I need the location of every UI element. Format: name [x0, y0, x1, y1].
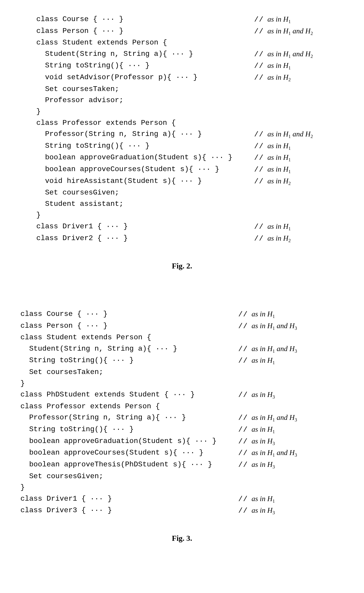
code-comment: // as in H1 and H2	[254, 48, 313, 60]
code-line: class Driver3 { ··· } // as in H3	[20, 505, 344, 516]
code-line: String toString(){ ··· } // as in H1	[20, 424, 344, 436]
code-text: Professor advisor;	[36, 95, 254, 106]
code-line: Student(String n, String a){ ··· } // as…	[36, 48, 344, 60]
code-line: void setAdvisor(Professor p){ ··· } // a…	[36, 72, 344, 84]
code-line: Set coursesTaken;	[36, 84, 344, 95]
code-text: Student(String n, String a){ ··· }	[20, 343, 238, 355]
code-comment: // as in H1	[238, 424, 275, 436]
code-line: void hireAssistant(Student s){ ··· } // …	[36, 176, 344, 187]
code-comment: // as in H3	[238, 389, 275, 401]
code-text: Set coursesGiven;	[20, 471, 238, 482]
code-line: boolean approveGraduation(Student s){ ··…	[20, 436, 344, 447]
code-line: String toString(){ ··· } // as in H1	[36, 60, 344, 72]
code-line: class Driver2 { ··· } // as in H2	[36, 233, 344, 244]
code-text: class Driver2 { ··· }	[36, 233, 254, 244]
code-comment: // as in H1	[254, 221, 291, 233]
figure-2-caption-label: Fig. 2.	[172, 262, 192, 270]
code-text: Student assistant;	[36, 198, 254, 210]
figure-3-caption: Fig. 3.	[20, 532, 344, 544]
code-line: Set coursesGiven;	[36, 187, 344, 198]
code-comment: // as in H1 and H2	[254, 129, 313, 140]
code-comment: // as in H1	[254, 164, 291, 176]
code-comment: // as in H1 and H3	[238, 447, 297, 459]
code-line: boolean approveGraduation(Student s){ ··…	[36, 152, 344, 164]
code-text: class Person { ··· }	[36, 26, 254, 37]
code-text: Professor(String n, String a){ ··· }	[36, 129, 254, 140]
code-text: class Course { ··· }	[36, 14, 254, 26]
code-text: Professor(String n, String a){ ··· }	[20, 412, 238, 424]
code-line: class Course { ··· } // as in H1	[36, 14, 344, 26]
code-comment: // as in H1	[254, 140, 291, 152]
code-text: Set coursesGiven;	[36, 187, 254, 198]
code-text: boolean approveCourses(Student s){ ··· }	[20, 447, 238, 459]
code-text: }	[20, 482, 238, 493]
code-comment: // as in H2	[254, 176, 291, 187]
code-line: class Student extends Person {	[36, 37, 344, 48]
code-line: }	[20, 482, 344, 493]
code-line: class Person { ··· } // as in H1 and H2	[36, 26, 344, 37]
code-line: Student(String n, String a){ ··· } // as…	[20, 343, 344, 355]
code-text: class PhDStudent extends Student { ··· }	[20, 389, 238, 401]
code-line: class Driver1 { ··· } // as in H1	[36, 221, 344, 233]
code-comment: // as in H3	[238, 436, 275, 447]
code-comment: // as in H1 and H2	[254, 26, 313, 37]
code-comment: // as in H1 and H3	[238, 343, 297, 355]
code-text: boolean approveGraduation(Student s){ ··…	[20, 436, 238, 447]
code-text: class Person { ··· }	[20, 320, 238, 332]
code-line: class Student extends Person {	[20, 332, 344, 343]
code-text: Set coursesTaken;	[36, 84, 254, 95]
code-line: boolean approveThesis(PhDStudent s){ ···…	[20, 459, 344, 471]
code-text: String toString(){ ··· }	[20, 424, 238, 436]
code-text: class Driver3 { ··· }	[20, 505, 238, 516]
code-text: boolean approveGraduation(Student s){ ··…	[36, 152, 254, 164]
code-line: }	[20, 378, 344, 389]
figure-2-code-listing: class Course { ··· } // as in H1class Pe…	[20, 14, 344, 244]
code-comment: // as in H1	[238, 493, 275, 505]
code-line: String toString(){ ··· } // as in H1	[20, 355, 344, 366]
code-line: }	[36, 209, 344, 221]
code-comment: // as in H2	[254, 72, 291, 84]
code-text: class Course { ··· }	[20, 308, 238, 320]
code-comment: // as in H1	[238, 355, 275, 366]
code-line: class Course { ··· } // as in H1	[20, 308, 344, 320]
code-comment: // as in H1 and H3	[238, 412, 297, 424]
code-line: class PhDStudent extends Student { ··· }…	[20, 389, 344, 401]
code-line: String toString(){ ··· } // as in H1	[36, 140, 344, 152]
code-text: boolean approveCourses(Student s){ ··· }	[36, 164, 254, 176]
code-line: class Person { ··· } // as in H1 and H3	[20, 320, 344, 332]
code-text: }	[20, 378, 238, 389]
code-line: Set coursesTaken;	[20, 366, 344, 378]
code-text: class Professor extends Person {	[20, 401, 238, 412]
code-line: Student assistant;	[36, 198, 344, 210]
code-line: boolean approveCourses(Student s){ ··· }…	[20, 447, 344, 459]
code-text: class Professor extends Person {	[36, 117, 254, 129]
code-text: boolean approveThesis(PhDStudent s){ ···…	[20, 459, 238, 471]
code-comment: // as in H1	[254, 14, 291, 26]
code-text: String toString(){ ··· }	[36, 60, 254, 72]
code-comment: // as in H1	[254, 152, 291, 164]
code-text: class Driver1 { ··· }	[36, 221, 254, 233]
figure-2-caption: Fig. 2.	[20, 260, 344, 272]
code-comment: // as in H3	[238, 505, 275, 516]
code-text: }	[36, 106, 254, 117]
code-text: class Student extends Person {	[36, 37, 254, 48]
code-line: class Professor extends Person {	[20, 401, 344, 412]
code-line: Set coursesGiven;	[20, 471, 344, 482]
code-text: void hireAssistant(Student s){ ··· }	[36, 176, 254, 187]
code-line: Professor(String n, String a){ ··· } // …	[20, 412, 344, 424]
code-text: class Driver1 { ··· }	[20, 493, 238, 505]
code-text: String toString(){ ··· }	[36, 140, 254, 152]
code-text: Set coursesTaken;	[20, 366, 238, 378]
figure-3-code-listing: class Course { ··· } // as in H1class Pe…	[20, 308, 344, 516]
code-comment: // as in H1	[238, 308, 275, 320]
code-comment: // as in H3	[238, 459, 275, 471]
code-line: boolean approveCourses(Student s){ ··· }…	[36, 164, 344, 176]
code-text: }	[36, 209, 254, 221]
figure-3-caption-label: Fig. 3.	[172, 534, 192, 542]
code-line: Professor(String n, String a){ ··· } // …	[36, 129, 344, 140]
code-comment: // as in H1 and H3	[238, 320, 297, 332]
code-line: class Driver1 { ··· } // as in H1	[20, 493, 344, 505]
code-comment: // as in H1	[254, 60, 291, 72]
code-text: void setAdvisor(Professor p){ ··· }	[36, 72, 254, 84]
code-line: class Professor extends Person {	[36, 117, 344, 129]
